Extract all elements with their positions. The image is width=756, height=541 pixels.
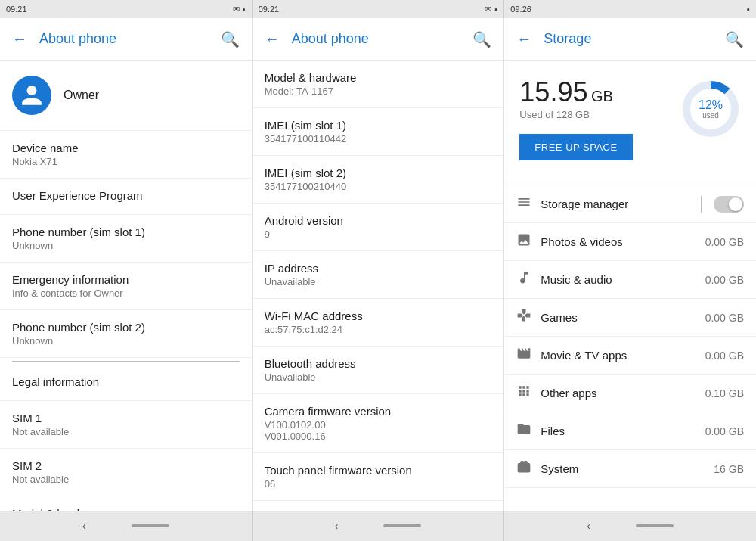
list-item[interactable]: Model & hardware Model: TA-1167 [0,496,252,511]
list-item[interactable]: SIM 1 Not available [0,401,252,449]
list-item[interactable]: Model & hardware Model: TA-1167 [253,61,504,108]
other-apps-item[interactable]: Other apps 0.10 GB [504,375,756,412]
list-item[interactable]: Phone number (sim slot 2) Unknown [0,310,252,358]
list-item[interactable]: Android version 9 [253,204,504,251]
list-item[interactable]: Emergency information Info & contacts fo… [0,263,252,310]
item-title: SIM 2 [12,459,240,472]
panel-1-header: ← About phone 🔍 [0,18,252,61]
storage-manager-item[interactable]: Storage manager [504,185,756,223]
back-button-3[interactable]: ← [516,30,531,48]
system-icon [516,459,541,478]
list-item[interactable]: Wi-Fi MAC address ac:57:75:c1:d2:24 [253,299,504,347]
nav-back-1[interactable]: ‹ [82,520,86,532]
list-item[interactable]: IMEI (sim slot 2) 354177100210440 [253,156,504,204]
battery-icon-3: ▪ [747,5,750,14]
status-bar-3: 09:26 ▪ [504,0,756,18]
folder-icon [516,421,541,440]
back-button-2[interactable]: ← [265,30,280,48]
list-item[interactable]: Build number 00WW_1_18D [253,501,504,511]
system-item[interactable]: System 16 GB [504,450,756,488]
bottom-bars: ‹ ‹ ‹ [0,511,756,541]
panel-1-title: About phone [39,31,221,47]
battery-icon-2: ▪ [494,5,497,14]
movie-tv-label: Movie & TV apps [541,349,705,362]
panel-1-content: Owner Device name Nokia X71 User Experie… [0,61,252,511]
item-title: SIM 1 [12,412,240,424]
separator [12,361,240,362]
games-item[interactable]: Games 0.00 GB [504,299,756,337]
list-item[interactable]: Phone number (sim slot 1) Unknown [0,215,252,263]
donut-used-text: used [699,111,723,120]
search-button-3[interactable]: 🔍 [725,30,744,48]
storage-donut-chart: 12% used [680,79,741,139]
system-value: 16 GB [714,463,744,475]
panel-2-title: About phone [292,31,473,47]
movie-tv-item[interactable]: Movie & TV apps 0.00 GB [504,337,756,375]
item-title: IMEI (sim slot 2) [265,166,492,179]
status-bars: 09:21 ✉ ▪ 09:21 ✉ ▪ 09:26 ▪ [0,0,756,18]
storage-of: Used of 128 GB [519,109,632,120]
list-item[interactable]: Bluetooth address Unavailable [253,347,504,394]
item-sub: 354177100110442 [265,133,492,145]
list-item[interactable]: Touch panel firmware version 06 [253,453,504,501]
nav-pill-3[interactable] [636,524,674,527]
item-title: Touch panel firmware version [265,464,492,477]
list-item[interactable]: IP address Unavailable [253,251,504,299]
panel-about-phone-2: ← About phone 🔍 Model & hardware Model: … [253,18,505,511]
avatar [12,76,51,115]
item-sub: ac:57:75:c1:d2:24 [265,324,492,335]
games-value: 0.00 GB [705,312,744,324]
message-icon: ✉ [233,5,240,14]
donut-percent: 12% [699,99,723,111]
item-title: Phone number (sim slot 2) [12,321,240,334]
nav-pill-1[interactable] [132,524,169,527]
time-3: 09:26 [510,5,531,14]
bottom-bar-1: ‹ [0,511,253,541]
list-item[interactable]: User Experience Program [0,179,252,215]
files-item[interactable]: Files 0.00 GB [504,412,756,450]
item-title: Model & hardware [265,71,492,84]
item-title: IP address [265,262,492,275]
panel-3-content: 15.95 GB Used of 128 GB FREE UP SPACE [504,61,756,511]
list-item[interactable]: IMEI (sim slot 1) 354177100110442 [253,108,504,156]
search-button-1[interactable]: 🔍 [221,30,240,48]
nav-back-2[interactable]: ‹ [335,520,339,532]
nav-back-3[interactable]: ‹ [587,520,590,532]
status-icons-2: ✉ ▪ [485,5,497,14]
storage-manager-toggle[interactable] [714,196,744,213]
status-icons-3: ▪ [747,5,750,14]
other-apps-label: Other apps [541,387,705,400]
panel-about-phone-1: ← About phone 🔍 Owner Device name Nokia … [0,18,253,511]
list-item[interactable]: Legal information [0,365,252,401]
nav-pill-2[interactable] [383,524,421,527]
status-bar-2: 09:21 ✉ ▪ [253,0,505,18]
item-sub: Nokia X71 [12,156,240,167]
battery-icon-1: ▪ [243,5,246,14]
item-sub: 354177100210440 [265,181,492,192]
photo-icon [516,232,541,251]
photos-videos-item[interactable]: Photos & videos 0.00 GB [504,223,756,261]
storage-unit: GB [591,88,613,104]
item-sub: Not available [12,426,240,437]
storage-manager-label: Storage manager [541,197,695,210]
music-audio-item[interactable]: Music & audio 0.00 GB [504,261,756,299]
list-item[interactable]: Device name Nokia X71 [0,131,252,179]
status-bar-1: 09:21 ✉ ▪ [0,0,253,18]
item-title: IMEI (sim slot 1) [265,119,492,132]
item-title: Legal information [12,375,240,388]
list-item[interactable]: Camera firmware version V100.0102.00 V00… [253,394,504,453]
item-title: Device name [12,141,240,154]
back-button-1[interactable]: ← [12,30,27,48]
storage-summary: 15.95 GB Used of 128 GB FREE UP SPACE [504,61,756,185]
free-up-button[interactable]: FREE UP SPACE [519,134,632,160]
list-item[interactable]: SIM 2 Not available [0,449,252,496]
game-icon [516,308,541,327]
search-button-2[interactable]: 🔍 [472,30,491,48]
photos-videos-label: Photos & videos [541,235,705,248]
files-label: Files [541,424,705,437]
status-icons-1: ✉ ▪ [233,5,246,14]
owner-section[interactable]: Owner [0,61,252,131]
item-sub: 9 [265,229,492,240]
storage-info: 15.95 GB Used of 128 GB FREE UP SPACE [519,79,632,166]
item-sub: Not available [12,474,240,485]
